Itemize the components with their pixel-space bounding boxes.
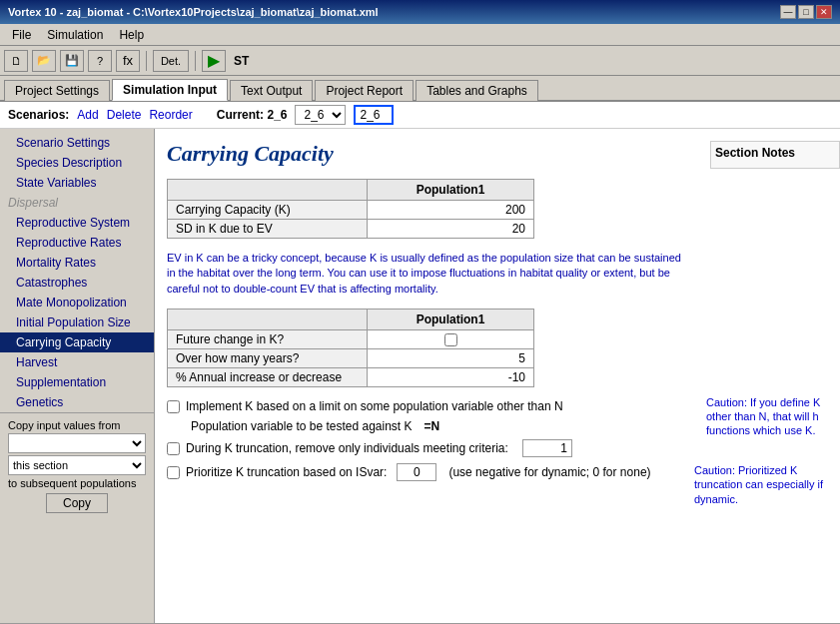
copy-section-select[interactable]: this section	[8, 455, 146, 475]
st-label: ST	[234, 54, 249, 68]
menu-file[interactable]: File	[4, 26, 39, 44]
menu-simulation[interactable]: Simulation	[39, 26, 111, 44]
annual-change-label: % Annual increase or decrease	[168, 368, 368, 387]
scenarios-label: Scenarios:	[8, 108, 69, 122]
new-button[interactable]: 🗋	[4, 50, 28, 72]
minimize-button[interactable]: —	[780, 5, 796, 19]
pop-var-label: Population variable to be tested against…	[191, 419, 412, 433]
sidebar-section-dispersal: Dispersal	[0, 193, 154, 213]
copy-from-select[interactable]	[8, 433, 146, 453]
copy-to-label: to subsequent populations	[8, 477, 146, 489]
sidebar-item-supplementation[interactable]: Supplementation	[0, 372, 154, 392]
sidebar-item-genetics[interactable]: Genetics	[0, 392, 154, 412]
table2-row-header	[168, 310, 368, 330]
help-button[interactable]: ?	[88, 50, 112, 72]
how-many-years-label: Over how many years?	[168, 349, 368, 368]
implement-k-label: Implement K based on a limit on some pop…	[186, 399, 563, 413]
during-k-input[interactable]	[522, 439, 572, 457]
menu-bar: File Simulation Help	[0, 24, 840, 46]
main-content: Scenario Settings Species Description St…	[0, 129, 840, 623]
sidebar-item-catastrophes[interactable]: Catastrophes	[0, 273, 154, 293]
caution-text-1: Caution: If you define K other than N, t…	[706, 395, 836, 438]
copy-from-label: Copy input values from	[8, 419, 146, 431]
sidebar: Scenario Settings Species Description St…	[0, 129, 155, 623]
pop-var-value: =N	[423, 419, 439, 433]
open-button[interactable]: 📂	[32, 50, 56, 72]
sd-k-value[interactable]	[368, 220, 534, 239]
future-change-value[interactable]	[368, 330, 534, 349]
sidebar-item-reproductive-system[interactable]: Reproductive System	[0, 213, 154, 233]
table2-col-header: Population1	[368, 310, 534, 330]
window-controls[interactable]: — □ ✕	[780, 5, 832, 19]
k-input[interactable]	[376, 203, 525, 217]
sidebar-item-initial-population-size[interactable]: Initial Population Size	[0, 312, 154, 332]
during-k-row: During K truncation, remove only individ…	[167, 439, 828, 457]
tab-simulation-input[interactable]: Simulation Input	[112, 79, 228, 101]
det-button[interactable]: Det.	[153, 50, 189, 72]
prioritize-k-input[interactable]	[397, 463, 436, 481]
prioritize-k-note: (use negative for dynamic; 0 for none)	[448, 465, 650, 479]
sidebar-item-mortality-rates[interactable]: Mortality Rates	[0, 253, 154, 273]
table1-col-header: Population1	[368, 180, 534, 201]
copy-button[interactable]: Copy	[46, 493, 108, 513]
table-row: Future change in K?	[168, 330, 534, 349]
prioritize-k-label: Prioritize K truncation based on ISvar:	[186, 465, 387, 479]
close-button[interactable]: ✕	[816, 5, 832, 19]
content-area: Section Notes Carrying Capacity Populati…	[155, 129, 840, 623]
current-label: Current: 2_6	[217, 108, 288, 122]
tab-text-output[interactable]: Text Output	[230, 80, 313, 101]
notes-panel-title: Section Notes	[715, 146, 835, 160]
table-row: Over how many years?	[168, 349, 534, 368]
tab-project-report[interactable]: Project Report	[315, 80, 414, 101]
sd-k-input[interactable]	[376, 222, 525, 236]
add-scenario-link[interactable]: Add	[77, 108, 98, 122]
play-button[interactable]: ▶	[202, 50, 226, 72]
toolbar: 🗋 📂 💾 ? fx Det. ▶ ST	[0, 46, 840, 76]
toolbar-separator	[146, 51, 147, 71]
implement-k-checkbox[interactable]	[167, 400, 180, 413]
scenario-select[interactable]: 2_6	[295, 105, 346, 125]
during-k-label: During K truncation, remove only individ…	[186, 441, 508, 455]
save-button[interactable]: 💾	[60, 50, 84, 72]
table1-row-header	[168, 180, 368, 201]
sidebar-item-carrying-capacity[interactable]: Carrying Capacity	[0, 332, 154, 352]
annual-change-input[interactable]	[376, 370, 525, 384]
sd-k-label: SD in K due to EV	[168, 220, 368, 239]
how-many-years-value[interactable]	[368, 349, 534, 368]
notes-panel: Section Notes	[710, 141, 840, 169]
tab-project-settings[interactable]: Project Settings	[4, 80, 110, 101]
carrying-capacity-table: Population1 Carrying Capacity (K) SD in …	[167, 179, 534, 239]
sidebar-item-species-description[interactable]: Species Description	[0, 153, 154, 173]
k-value[interactable]	[368, 201, 534, 220]
sidebar-item-scenario-settings[interactable]: Scenario Settings	[0, 133, 154, 153]
sidebar-item-harvest[interactable]: Harvest	[0, 352, 154, 372]
future-change-checkbox[interactable]	[444, 333, 457, 346]
k-label: Carrying Capacity (K)	[168, 201, 368, 220]
sidebar-item-state-variables[interactable]: State Variables	[0, 173, 154, 193]
population-var-row: Population variable to be tested against…	[191, 419, 828, 433]
future-change-label: Future change in K?	[168, 330, 368, 349]
reorder-scenario-link[interactable]: Reorder	[149, 108, 192, 122]
prioritize-k-row: Prioritize K truncation based on ISvar: …	[167, 463, 828, 481]
future-change-table: Population1 Future change in K? Over how…	[167, 309, 534, 387]
formula-button[interactable]: fx	[116, 50, 140, 72]
tab-tables-and-graphs[interactable]: Tables and Graphs	[416, 80, 538, 101]
delete-scenario-link[interactable]: Delete	[107, 108, 142, 122]
table-row: Carrying Capacity (K)	[168, 201, 534, 220]
annual-change-value[interactable]	[368, 368, 534, 387]
sidebar-item-reproductive-rates[interactable]: Reproductive Rates	[0, 233, 154, 253]
sidebar-item-mate-monopolization[interactable]: Mate Monopolization	[0, 293, 154, 312]
maximize-button[interactable]: □	[798, 5, 814, 19]
during-k-checkbox[interactable]	[167, 442, 180, 455]
tab-bar: Project Settings Simulation Input Text O…	[0, 76, 840, 102]
table-row: % Annual increase or decrease	[168, 368, 534, 387]
caution-text-2: Caution: Prioritized K truncation can es…	[694, 463, 824, 506]
years-input[interactable]	[376, 351, 525, 365]
menu-help[interactable]: Help	[111, 26, 152, 44]
info-text: EV in K can be a tricky concept, because…	[167, 251, 686, 297]
table-row: SD in K due to EV	[168, 220, 534, 239]
prioritize-k-checkbox[interactable]	[167, 466, 180, 479]
scenario-input[interactable]	[354, 105, 394, 125]
window-title: Vortex 10 - zaj_biomat - C:\Vortex10Proj…	[8, 6, 379, 18]
toolbar-separator2	[195, 51, 196, 71]
